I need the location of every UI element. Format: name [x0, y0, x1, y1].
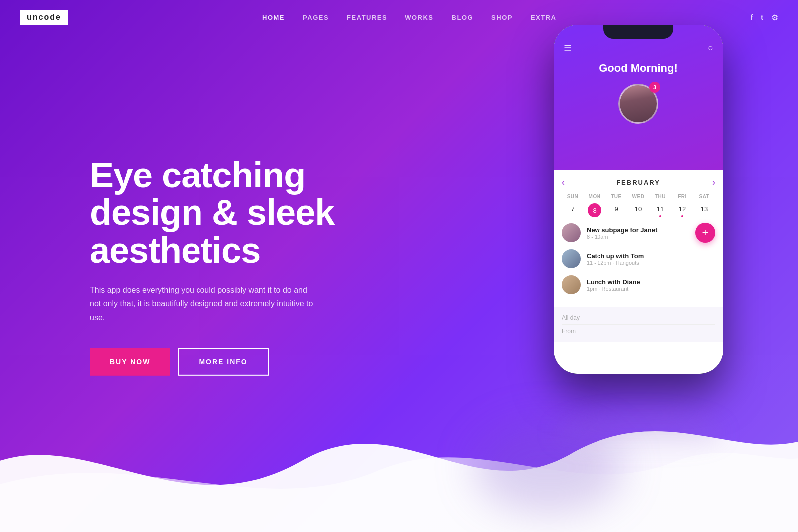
twitter-icon[interactable]: t [761, 13, 763, 21]
events-list: New subpage for Janet 8 - 10am + Catch u… [554, 217, 723, 307]
event-item-2: Catch up with Tom 11 - 12pm · Hangouts [562, 249, 715, 268]
app-topbar: ☰ ○ [564, 43, 713, 54]
add-event-button[interactable]: + [695, 223, 715, 243]
search-icon: ○ [708, 43, 713, 54]
cal-day-7[interactable]: 7 [562, 203, 584, 217]
hamburger-icon: ☰ [564, 43, 572, 54]
hero-section: uncode HOME PAGES FEATURES WORKS BLOG SH… [0, 0, 798, 532]
prev-month-button[interactable]: ‹ [562, 177, 565, 188]
more-info-button[interactable]: MORE INFO [178, 348, 268, 376]
nav-shop[interactable]: SHOP [491, 14, 513, 21]
event-dot-12 [681, 215, 683, 217]
event-dot-11 [659, 215, 661, 217]
phone-frame: ☰ ○ Good Morning! 3 ‹ FEBRUAR [554, 25, 723, 374]
calendar-nav: ‹ FEBRUARY › [562, 177, 715, 188]
event-info-3: Lunch with Diane 1pm · Restaurant [587, 278, 715, 292]
from-field: From [562, 325, 715, 338]
hero-buttons: BUY NOW MORE INFO [90, 348, 369, 376]
app-header: ☰ ○ Good Morning! 3 [554, 25, 723, 170]
calendar-days: 7 8 9 10 11 12 13 [562, 203, 715, 217]
event-avatar-1 [562, 223, 581, 242]
event-avatar-3 [562, 275, 581, 294]
day-label-thu: THU [649, 194, 671, 199]
nav-extra[interactable]: EXTRA [531, 14, 557, 21]
event-meta-3: 1pm · Restaurant [587, 286, 715, 292]
cal-day-8[interactable]: 8 [588, 203, 601, 217]
avatar-container: 3 [618, 84, 658, 124]
nav-blog[interactable]: BLOG [452, 14, 474, 21]
event-item-1: New subpage for Janet 8 - 10am + [562, 223, 715, 242]
event-item-3: Lunch with Diane 1pm · Restaurant [562, 275, 715, 294]
day-label-sat: SAT [693, 194, 715, 199]
next-month-button[interactable]: › [712, 177, 715, 188]
logo: uncode [20, 10, 68, 25]
event-avatar-2 [562, 249, 581, 268]
event-info-2: Catch up with Tom 11 - 12pm · Hangouts [587, 252, 715, 266]
cal-day-11[interactable]: 11 [649, 203, 671, 217]
hero-title: Eye catching design & sleek aesthetics [90, 156, 369, 269]
cal-day-12[interactable]: 12 [671, 203, 693, 217]
facebook-icon[interactable]: f [751, 13, 753, 21]
event-title-3: Lunch with Diane [587, 278, 715, 286]
days-header: SUN MON TUE WED THU FRI SAT [562, 194, 715, 199]
buy-now-button[interactable]: BUY NOW [90, 348, 170, 376]
calendar-month: FEBRUARY [616, 179, 660, 186]
hero-content: Eye catching design & sleek aesthetics T… [90, 156, 369, 375]
day-label-fri: FRI [671, 194, 693, 199]
all-day-field: All day [562, 311, 715, 325]
app-bottom-fields: All day From [554, 307, 723, 342]
nav-home[interactable]: HOME [262, 14, 285, 21]
day-label-sun: SUN [562, 194, 584, 199]
settings-icon[interactable]: ⚙ [771, 13, 778, 22]
calendar-section: ‹ FEBRUARY › SUN MON TUE WED THU FRI SAT [554, 170, 723, 217]
event-dot [594, 215, 596, 217]
social-icons: f t ⚙ [751, 13, 778, 22]
day-label-tue: TUE [605, 194, 627, 199]
cal-day-13[interactable]: 13 [693, 203, 715, 217]
cal-day-9[interactable]: 9 [605, 203, 627, 217]
header: uncode HOME PAGES FEATURES WORKS BLOG SH… [0, 0, 798, 35]
hero-subtitle: This app does everything you could possi… [90, 283, 319, 324]
nav-features[interactable]: FEATURES [347, 14, 387, 21]
day-label-mon: MON [584, 194, 605, 199]
event-title-2: Catch up with Tom [587, 252, 715, 260]
phone-screen: ☰ ○ Good Morning! 3 ‹ FEBRUAR [554, 25, 723, 374]
main-nav: HOME PAGES FEATURES WORKS BLOG SHOP EXTR… [262, 14, 556, 21]
phone-mockup: ☰ ○ Good Morning! 3 ‹ FEBRUAR [539, 25, 738, 434]
notification-badge: 3 [649, 82, 660, 93]
app-greeting: Good Morning! [599, 62, 678, 75]
day-label-wed: WED [627, 194, 649, 199]
cal-day-10[interactable]: 10 [627, 203, 649, 217]
phone-reflection [554, 414, 723, 454]
nav-works[interactable]: WORKS [405, 14, 433, 21]
event-meta-2: 11 - 12pm · Hangouts [587, 260, 715, 266]
nav-pages[interactable]: PAGES [303, 14, 329, 21]
